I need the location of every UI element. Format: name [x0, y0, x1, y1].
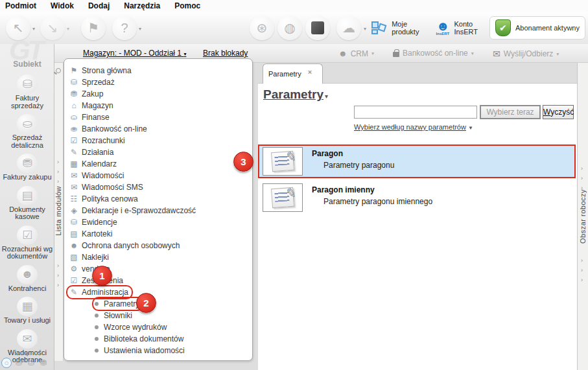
- forward-dropdown-caret[interactable]: ▾: [67, 26, 69, 32]
- tree-item[interactable]: ⌂ Magazyn: [67, 100, 252, 111]
- module-label: Kontrahenci: [8, 285, 47, 293]
- module-list-strip[interactable]: › › › Lista modułów › › ›: [54, 63, 64, 361]
- tree-item[interactable]: ◈ Deklaracje i e-Sprawozdawczość: [67, 205, 252, 216]
- tree-item-label: Naklejki: [82, 251, 109, 263]
- module-icon: ⛁: [17, 75, 38, 94]
- parameter-row[interactable]: ✎ Paragon imienny Parametry paragonu imi…: [258, 182, 576, 213]
- back-arrow-icon: ↖: [13, 20, 24, 36]
- tab-parametry[interactable]: Parametry ×: [263, 64, 323, 84]
- module-mini-icon[interactable]: ⛀: [26, 358, 36, 368]
- tree-item[interactable]: ⛁ Ewidencje: [67, 216, 252, 228]
- globe-button[interactable]: ◍: [277, 16, 302, 40]
- tree-item-label: Kalendarz: [82, 158, 117, 170]
- tree-item-label: Polityka cenowa: [82, 193, 138, 205]
- module-list-strip-label: Lista modułów: [54, 186, 64, 236]
- menu-item[interactable]: Dodaj: [88, 1, 110, 10]
- help-dropdown-caret[interactable]: ▾: [139, 26, 141, 32]
- help-icon: ?: [121, 21, 128, 36]
- tree-item-label: Ewidencje: [82, 216, 117, 228]
- workspace-strip[interactable]: › › › Obszar roboczy › › ›: [577, 63, 588, 370]
- module-mini-icon[interactable]: ○: [1, 358, 12, 368]
- back-dropdown-caret[interactable]: ▾: [32, 26, 35, 32]
- module-icon: ▦: [17, 297, 38, 316]
- my-products-button[interactable]: Moje produkty: [366, 17, 424, 38]
- tree-item-label: Finanse: [82, 111, 110, 123]
- search-magnifier-icon[interactable]: [56, 68, 61, 73]
- cloud-server-button[interactable]: ☁: [336, 16, 361, 40]
- module-item[interactable]: ▤ Dokumenty kasowe: [0, 184, 54, 224]
- tree-item[interactable]: ☻ Ochrona danych osobowych: [67, 240, 252, 251]
- tree-item-label: Wiadomości: [82, 170, 124, 181]
- warehouse-caret-icon: ▾: [183, 51, 186, 57]
- bullet-icon: [95, 325, 99, 329]
- online-banking-button[interactable]: Bankowość on-line ▾: [393, 49, 474, 58]
- menu-item[interactable]: Podmiot: [5, 1, 36, 10]
- tree-item[interactable]: Wzorce wydruków: [67, 321, 252, 333]
- tree-item[interactable]: ✉ Wiadomości SMS: [67, 181, 252, 193]
- tree-item[interactable]: ⛂ Bankowość on-line: [67, 123, 252, 135]
- tree-item[interactable]: ✉ Wiadomości: [67, 170, 252, 181]
- main-panel: Parametry × Parametry▾ Wybierz teraz Wyc…: [258, 57, 577, 370]
- products-tiles-icon: [371, 20, 387, 36]
- cube-button[interactable]: [305, 16, 330, 40]
- tree-item[interactable]: Słowniki: [67, 310, 252, 321]
- tree-item[interactable]: ✎ Działania: [67, 146, 252, 158]
- menu-item[interactable]: Pomoc: [174, 1, 200, 10]
- tree-item[interactable]: ✎ Administracja: [67, 286, 252, 298]
- parameter-row[interactable]: ✎ Paragon Parametry paragonu: [258, 145, 576, 178]
- sync-button[interactable]: ⊛: [250, 16, 274, 40]
- tree-item[interactable]: ▤ Kartoteki: [67, 228, 252, 240]
- my-products-label: Moje produkty: [392, 20, 419, 36]
- page-title[interactable]: Parametry▾: [263, 87, 328, 102]
- module-item[interactable]: ⛃ Faktury zakupu: [3, 152, 51, 184]
- tree-item-icon: ⚑: [69, 65, 79, 76]
- tree-item[interactable]: Biblioteka dokumentów: [67, 333, 252, 345]
- flag-button[interactable]: ⚑: [81, 16, 106, 40]
- help-button[interactable]: ?: [112, 16, 137, 40]
- module-mini-icon[interactable]: ⛃: [38, 358, 49, 368]
- module-label: Dokumenty kasowe: [0, 206, 54, 221]
- tree-item[interactable]: ⛀ Finanse: [67, 111, 252, 123]
- tree-item-icon: ⛀: [69, 111, 79, 123]
- menu-item[interactable]: Narzędzia: [124, 1, 160, 10]
- tree-item-label: Bankowość on-line: [82, 123, 147, 135]
- chevron-right-icon: ›: [57, 178, 59, 185]
- parameter-search-input[interactable]: [354, 106, 477, 119]
- module-item[interactable]: ☑ Rozrachunki wg dokumentów: [0, 224, 54, 263]
- clear-button[interactable]: Wyczyść: [543, 105, 574, 119]
- tree-item[interactable]: ⚑ Strona główna: [67, 65, 252, 76]
- tree-item-icon: ✎: [69, 286, 79, 298]
- sync-icon: ⊛: [257, 20, 268, 36]
- forward-button[interactable]: ↘: [40, 16, 65, 40]
- chevron-right-icon: ›: [581, 267, 583, 273]
- tree-item[interactable]: ☷ Polityka cenowa: [67, 193, 252, 205]
- tree-item[interactable]: ⛁ Sprzedaż: [67, 76, 252, 88]
- module-item[interactable]: ⛀ Sprzedaż detaliczna: [0, 112, 54, 152]
- insert-account-label: Konto InsERT: [454, 20, 477, 36]
- insert-account-button[interactable]: ☻ InsERT Konto InsERT: [430, 17, 483, 38]
- module-overflow-arrow-icon[interactable]: ▼: [0, 351, 54, 358]
- subscription-status-button[interactable]: ✔ Abonament aktywny: [489, 16, 585, 40]
- choose-now-button[interactable]: Wybierz teraz: [480, 105, 541, 119]
- module-mini-icon[interactable]: ⛁: [14, 358, 24, 368]
- module-item[interactable]: ☻ Kontrahenci: [8, 263, 47, 295]
- tab-close-icon[interactable]: ×: [308, 68, 312, 76]
- tree-item[interactable]: ▧ Naklejki: [67, 251, 252, 263]
- tree-item-icon: ⛂: [69, 123, 79, 135]
- menu-item[interactable]: Widok: [51, 1, 74, 10]
- bullet-icon: [95, 349, 99, 353]
- bullet-icon: [95, 302, 99, 306]
- tree-item[interactable]: ▦ Kalendarz: [67, 158, 252, 170]
- filter-by-name-link[interactable]: Wybierz według nazwy parametrów▼: [354, 123, 473, 131]
- module-item[interactable]: ⛁ Faktury sprzedaży: [0, 73, 54, 112]
- tree-item[interactable]: ⛃ Zakup: [67, 88, 252, 100]
- module-label: Towary i usługi: [4, 317, 51, 325]
- tree-item-label: Kartoteki: [82, 228, 112, 240]
- banking-caret-icon: ▾: [471, 51, 474, 56]
- lock-status-link[interactable]: Brak blokady: [203, 49, 248, 58]
- tree-item[interactable]: Ustawienia wiadomości: [67, 345, 252, 356]
- module-item[interactable]: ▦ Towary i usługi: [4, 295, 51, 327]
- tree-item[interactable]: Parametry: [67, 298, 252, 310]
- warehouse-selector-link[interactable]: Magazyn: - MOD - Oddział 1 ▾: [83, 49, 186, 58]
- tree-item[interactable]: ☑ Rozrachunki: [67, 135, 252, 146]
